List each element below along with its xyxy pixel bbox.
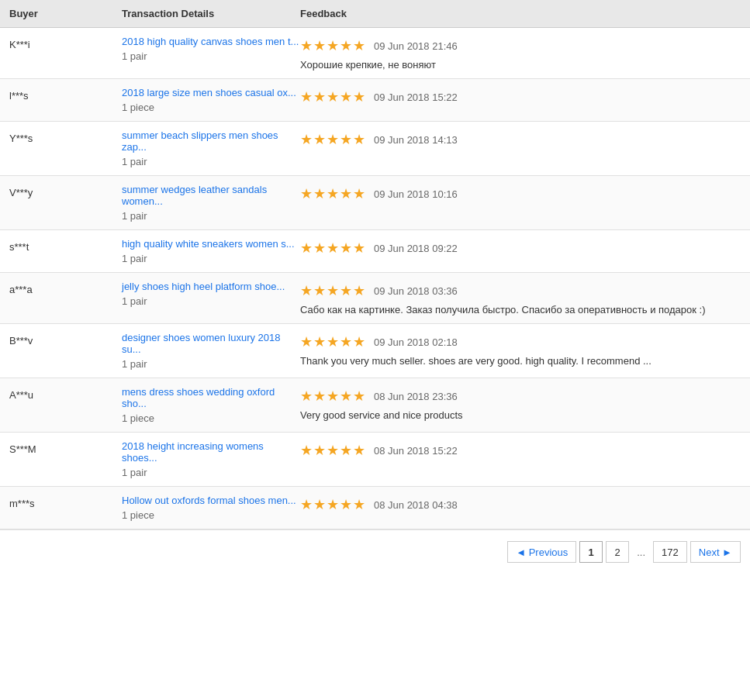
table-row: V***ysummer wedges leather sandals women…	[0, 176, 750, 230]
buyer-name: Y***s	[9, 129, 122, 144]
star-rating: ★★★★★	[300, 496, 366, 513]
feedback-text: Сабо как на картинке. Заказ получила быс…	[300, 304, 741, 316]
page-2-button[interactable]: 2	[606, 541, 629, 563]
reviews-table: Buyer Transaction Details Feedback K***i…	[0, 0, 750, 574]
transaction-link[interactable]: high quality white sneakers women s...	[122, 238, 300, 250]
transaction-link[interactable]: 2018 height increasing womens shoes...	[122, 440, 300, 464]
transaction-link[interactable]: jelly shoes high heel platform shoe...	[122, 281, 300, 292]
feedback-cell: ★★★★★09 Jun 2018 21:46Хорошие крепкие, н…	[300, 36, 741, 71]
quantity-label: 1 piece	[122, 509, 300, 521]
star-rating: ★★★★★	[300, 388, 366, 405]
quantity-label: 1 pair	[122, 50, 300, 62]
buyer-name: S***M	[9, 440, 122, 455]
table-body: K***i2018 high quality canvas shoes men …	[0, 28, 750, 529]
feedback-date: 09 Jun 2018 02:18	[374, 336, 458, 348]
feedback-top: ★★★★★08 Jun 2018 04:38	[300, 496, 741, 513]
quantity-label: 1 pair	[122, 253, 300, 264]
quantity-label: 1 piece	[122, 412, 300, 424]
feedback-top: ★★★★★09 Jun 2018 15:22	[300, 88, 741, 105]
feedback-top: ★★★★★09 Jun 2018 03:36	[300, 282, 741, 299]
page-ellipsis: ...	[632, 543, 650, 561]
feedback-cell: ★★★★★09 Jun 2018 10:16	[300, 184, 741, 202]
quantity-label: 1 piece	[122, 102, 300, 113]
quantity-label: 1 pair	[122, 467, 300, 478]
star-rating: ★★★★★	[300, 131, 366, 148]
pagination: ◄ Previous 1 2 ... 172 Next ►	[0, 529, 750, 574]
quantity-label: 1 pair	[122, 156, 300, 167]
star-rating: ★★★★★	[300, 185, 366, 202]
page-1-button[interactable]: 1	[579, 541, 603, 563]
buyer-name: m***s	[9, 495, 122, 509]
transaction-link[interactable]: summer wedges leather sandals women...	[122, 184, 300, 207]
feedback-date: 08 Jun 2018 04:38	[374, 499, 458, 511]
star-rating: ★★★★★	[300, 442, 366, 459]
buyer-name: a***a	[9, 281, 122, 295]
table-row: K***i2018 high quality canvas shoes men …	[0, 28, 750, 79]
transaction-cell: Hollow out oxfords formal shoes men...1 …	[122, 495, 300, 521]
transaction-cell: jelly shoes high heel platform shoe...1 …	[122, 281, 300, 307]
feedback-top: ★★★★★09 Jun 2018 21:46	[300, 37, 741, 54]
transaction-cell: 2018 height increasing womens shoes...1 …	[122, 440, 300, 478]
feedback-cell: ★★★★★09 Jun 2018 09:22	[300, 238, 741, 257]
feedback-top: ★★★★★08 Jun 2018 23:36	[300, 388, 741, 405]
table-row: Y***ssummer beach slippers men shoes zap…	[0, 122, 750, 176]
star-rating: ★★★★★	[300, 240, 366, 257]
table-row: a***ajelly shoes high heel platform shoe…	[0, 273, 750, 324]
feedback-top: ★★★★★09 Jun 2018 09:22	[300, 240, 741, 257]
buyer-name: A***u	[9, 386, 122, 401]
table-row: l***s2018 large size men shoes casual ox…	[0, 79, 750, 122]
table-row: S***M2018 height increasing womens shoes…	[0, 433, 750, 487]
feedback-text: Very good service and nice products	[300, 409, 741, 421]
feedback-top: ★★★★★09 Jun 2018 10:16	[300, 185, 741, 202]
feedback-date: 09 Jun 2018 14:13	[374, 134, 458, 146]
feedback-cell: ★★★★★08 Jun 2018 04:38	[300, 495, 741, 513]
feedback-cell: ★★★★★09 Jun 2018 14:13	[300, 129, 741, 148]
quantity-label: 1 pair	[122, 295, 300, 307]
feedback-date: 08 Jun 2018 23:36	[374, 391, 458, 402]
page-172-button[interactable]: 172	[653, 541, 687, 563]
buyer-name: V***y	[9, 184, 122, 198]
transaction-link[interactable]: Hollow out oxfords formal shoes men...	[122, 495, 300, 506]
transaction-cell: 2018 high quality canvas shoes men t...1…	[122, 36, 300, 62]
feedback-top: ★★★★★09 Jun 2018 14:13	[300, 131, 741, 148]
transaction-cell: summer beach slippers men shoes zap...1 …	[122, 129, 300, 167]
feedback-top: ★★★★★08 Jun 2018 15:22	[300, 442, 741, 459]
quantity-label: 1 pair	[122, 358, 300, 370]
transaction-cell: 2018 large size men shoes casual ox...1 …	[122, 87, 300, 113]
buyer-name: s***t	[9, 238, 122, 253]
buyer-name: l***s	[9, 87, 122, 102]
next-button[interactable]: Next ►	[690, 541, 741, 563]
transaction-cell: designer shoes women luxury 2018 su...1 …	[122, 332, 300, 370]
star-rating: ★★★★★	[300, 37, 366, 54]
table-row: s***thigh quality white sneakers women s…	[0, 230, 750, 273]
transaction-cell: mens dress shoes wedding oxford sho...1 …	[122, 386, 300, 424]
header-feedback: Feedback	[300, 6, 741, 21]
star-rating: ★★★★★	[300, 333, 366, 350]
table-header: Buyer Transaction Details Feedback	[0, 0, 750, 28]
feedback-cell: ★★★★★09 Jun 2018 03:36Сабо как на картин…	[300, 281, 741, 316]
feedback-cell: ★★★★★08 Jun 2018 23:36Very good service …	[300, 386, 741, 421]
transaction-link[interactable]: summer beach slippers men shoes zap...	[122, 129, 300, 153]
feedback-top: ★★★★★09 Jun 2018 02:18	[300, 333, 741, 350]
feedback-date: 09 Jun 2018 03:36	[374, 285, 458, 297]
transaction-link[interactable]: 2018 high quality canvas shoes men t...	[122, 36, 300, 47]
feedback-date: 09 Jun 2018 15:22	[374, 91, 458, 103]
table-row: m***sHollow out oxfords formal shoes men…	[0, 487, 750, 529]
table-row: A***umens dress shoes wedding oxford sho…	[0, 378, 750, 433]
transaction-link[interactable]: mens dress shoes wedding oxford sho...	[122, 386, 300, 409]
table-row: B***vdesigner shoes women luxury 2018 su…	[0, 324, 750, 378]
feedback-cell: ★★★★★09 Jun 2018 15:22	[300, 87, 741, 105]
feedback-date: 09 Jun 2018 09:22	[374, 243, 458, 254]
feedback-cell: ★★★★★09 Jun 2018 02:18Thank you very muc…	[300, 332, 741, 367]
previous-button[interactable]: ◄ Previous	[507, 541, 576, 563]
feedback-date: 08 Jun 2018 15:22	[374, 445, 458, 457]
buyer-name: B***v	[9, 332, 122, 347]
transaction-link[interactable]: 2018 large size men shoes casual ox...	[122, 87, 300, 98]
header-buyer: Buyer	[9, 6, 122, 21]
star-rating: ★★★★★	[300, 88, 366, 105]
feedback-date: 09 Jun 2018 10:16	[374, 188, 458, 200]
header-transaction: Transaction Details	[122, 6, 300, 21]
star-rating: ★★★★★	[300, 282, 366, 299]
transaction-cell: summer wedges leather sandals women...1 …	[122, 184, 300, 222]
transaction-link[interactable]: designer shoes women luxury 2018 su...	[122, 332, 300, 355]
